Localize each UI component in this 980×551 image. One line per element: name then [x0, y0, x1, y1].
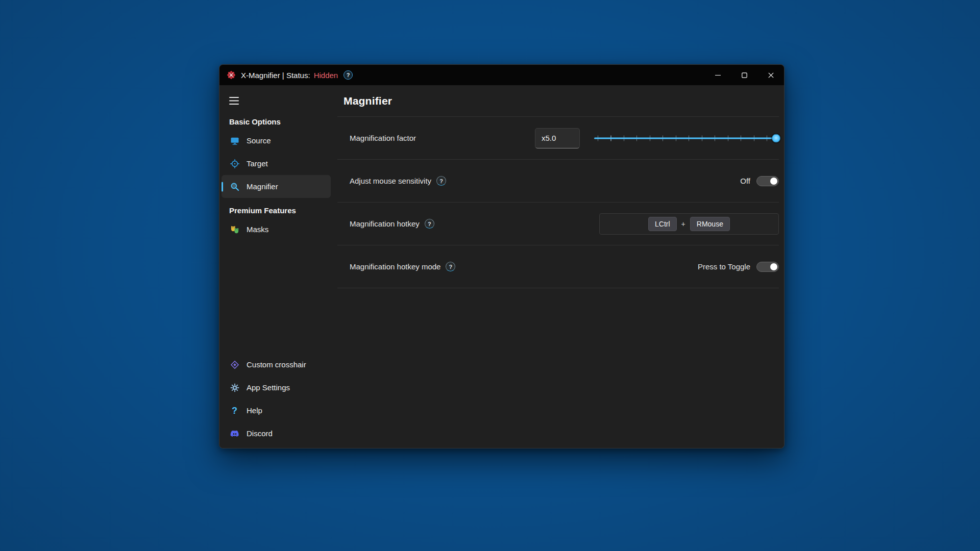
mouse-sensitivity-toggle[interactable] — [756, 176, 779, 186]
magnification-hotkey-help-badge[interactable]: ? — [425, 219, 434, 229]
page-title: Magnifier — [344, 95, 392, 107]
sidebar-item-label: Custom crosshair — [247, 360, 306, 369]
magnification-factor-label: Magnification factor — [350, 134, 416, 142]
sidebar-item-masks[interactable]: Masks — [222, 218, 331, 241]
hotkey-plus: + — [681, 220, 685, 228]
mouse-sensitivity-state: Off — [740, 177, 750, 185]
window-controls — [704, 65, 784, 85]
minimize-button[interactable] — [704, 65, 731, 85]
sidebar-item-app-settings[interactable]: App Settings — [222, 376, 331, 399]
masks-icon — [229, 224, 240, 235]
status-help-badge[interactable]: ? — [344, 70, 353, 80]
row-magnification-factor: Magnification factor — [337, 117, 779, 160]
close-button[interactable] — [757, 65, 784, 85]
main-content: Magnifier Magnification factor — [333, 85, 784, 448]
sidebar-item-help[interactable]: ? Help — [222, 399, 331, 422]
hotkey-mode-toggle[interactable] — [756, 262, 779, 272]
discord-icon — [229, 428, 240, 439]
row-hotkey-mode: Magnification hotkey mode ? Press to Tog… — [337, 245, 779, 288]
app-window: X-Magnifier | Status: Hidden ? — [219, 64, 785, 448]
sidebar-item-label: Masks — [247, 225, 268, 234]
titlebar: X-Magnifier | Status: Hidden ? — [219, 65, 784, 85]
hotkey-mode-state: Press to Toggle — [698, 262, 750, 271]
sidebar-item-magnifier[interactable]: Magnifier — [222, 175, 331, 198]
sidebar: Basic Options Source — [219, 85, 333, 448]
sidebar-item-discord[interactable]: Discord — [222, 422, 331, 445]
section-basic-options: Basic Options — [229, 117, 333, 126]
crosshair-icon — [229, 158, 240, 169]
hotkey-mode-help-badge[interactable]: ? — [446, 262, 455, 271]
sidebar-item-target[interactable]: Target — [222, 152, 331, 175]
sidebar-item-label: App Settings — [247, 383, 290, 392]
slider-track[interactable] — [594, 137, 777, 139]
hotkey-capture-box[interactable]: LCtrl + RMouse — [599, 213, 779, 235]
page-header: Magnifier — [337, 85, 779, 117]
mouse-sensitivity-label: Adjust mouse sensitivity — [350, 177, 431, 185]
sidebar-item-label: Source — [247, 136, 271, 145]
slider-thumb[interactable] — [772, 134, 780, 142]
row-magnification-hotkey: Magnification hotkey ? LCtrl + RMouse — [337, 203, 779, 245]
sidebar-item-label: Discord — [247, 429, 273, 438]
sidebar-item-label: Magnifier — [247, 182, 278, 191]
section-premium-features: Premium Features — [229, 206, 333, 215]
app-logo-icon — [226, 70, 236, 80]
row-mouse-sensitivity: Adjust mouse sensitivity ? Off — [337, 160, 779, 203]
magnification-factor-input[interactable] — [535, 128, 580, 148]
magnifier-icon — [229, 181, 240, 192]
mouse-sensitivity-help-badge[interactable]: ? — [436, 176, 446, 186]
hotkey-mode-label: Magnification hotkey mode — [350, 262, 440, 271]
magnification-hotkey-label: Magnification hotkey — [350, 219, 420, 228]
toggle-knob — [770, 263, 777, 270]
sidebar-item-source[interactable]: Source — [222, 129, 331, 152]
question-icon: ? — [229, 405, 240, 416]
hotkey-key-1: LCtrl — [648, 217, 677, 231]
toggle-knob — [770, 178, 777, 185]
gear-icon — [229, 382, 240, 393]
maximize-button[interactable] — [731, 65, 757, 85]
status-text: Hidden — [314, 71, 338, 80]
diamond-crosshair-icon — [229, 359, 240, 370]
sidebar-item-label: Target — [247, 159, 268, 168]
hotkey-key-2: RMouse — [690, 217, 730, 231]
magnification-slider[interactable] — [594, 133, 779, 144]
window-title: X-Magnifier | Status: — [241, 71, 310, 80]
sidebar-footer: Custom crosshair — [219, 353, 333, 448]
sidebar-item-label: Help — [247, 406, 262, 415]
monitor-icon — [229, 135, 240, 146]
sidebar-item-custom-crosshair[interactable]: Custom crosshair — [222, 353, 331, 376]
hamburger-menu-icon[interactable] — [229, 95, 240, 106]
